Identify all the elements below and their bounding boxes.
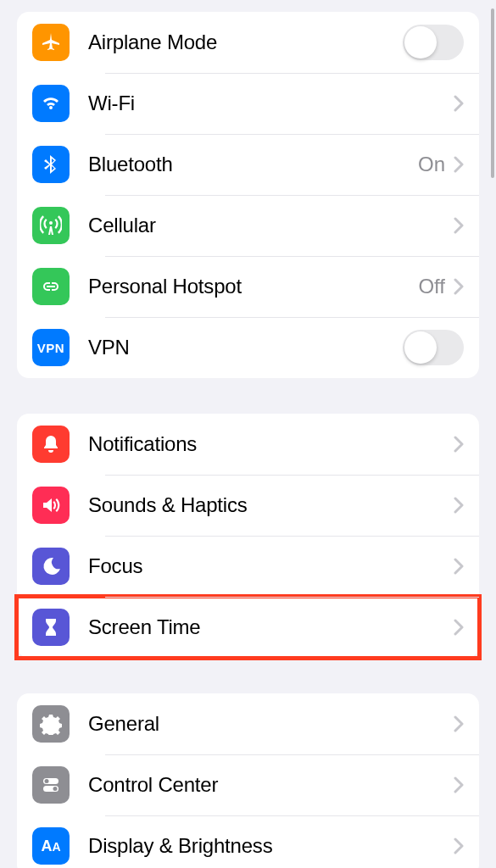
row-label: Screen Time <box>88 615 454 639</box>
settings-row-hotspot[interactable]: Personal HotspotOff <box>17 256 479 317</box>
chevron-right-icon <box>454 776 464 793</box>
hourglass-icon <box>32 609 70 646</box>
chevron-right-icon <box>454 156 464 173</box>
switches-icon <box>32 766 70 804</box>
airplane-icon <box>32 24 70 61</box>
row-value: On <box>418 153 445 176</box>
row-label: Bluetooth <box>88 153 418 176</box>
antenna-icon <box>32 207 70 244</box>
aa-icon: AA <box>32 827 70 865</box>
settings-row-control-center[interactable]: Control Center <box>17 754 479 815</box>
settings-row-general[interactable]: General <box>17 693 479 754</box>
scroll-indicator[interactable] <box>491 8 494 178</box>
speaker-icon <box>32 487 70 524</box>
bell-icon <box>32 426 70 463</box>
toggle-switch[interactable] <box>403 25 464 60</box>
row-label: Airplane Mode <box>88 31 403 54</box>
settings-row-display[interactable]: AADisplay & Brightness <box>17 815 479 868</box>
settings-group-notifications: NotificationsSounds & HapticsFocusScreen… <box>17 414 479 658</box>
chevron-right-icon <box>454 558 464 575</box>
row-label: Focus <box>88 554 454 578</box>
settings-row-wifi[interactable]: Wi-Fi <box>17 73 479 134</box>
row-label: Control Center <box>88 773 454 797</box>
settings-row-focus[interactable]: Focus <box>17 536 479 597</box>
row-label: Sounds & Haptics <box>88 493 454 517</box>
settings-group-general: GeneralControl CenterAADisplay & Brightn… <box>17 693 479 868</box>
chevron-right-icon <box>454 95 464 112</box>
chevron-right-icon <box>454 278 464 295</box>
chevron-right-icon <box>454 619 464 636</box>
row-label: Wi-Fi <box>88 92 454 115</box>
chevron-right-icon <box>454 436 464 453</box>
row-label: Notifications <box>88 432 454 456</box>
row-value: Off <box>418 275 445 298</box>
settings-row-screen-time[interactable]: Screen Time <box>17 597 479 658</box>
settings-row-vpn[interactable]: VPNVPN <box>17 317 479 378</box>
row-label: VPN <box>88 336 403 359</box>
settings-row-airplane-mode[interactable]: Airplane Mode <box>17 12 479 73</box>
bluetooth-icon <box>32 146 70 183</box>
link-icon <box>32 268 70 305</box>
vpn-icon: VPN <box>32 329 70 366</box>
settings-row-notifications[interactable]: Notifications <box>17 414 479 475</box>
row-label: Cellular <box>88 214 454 237</box>
gear-icon <box>32 705 70 743</box>
chevron-right-icon <box>454 715 464 732</box>
settings-row-cellular[interactable]: Cellular <box>17 195 479 256</box>
settings-row-bluetooth[interactable]: BluetoothOn <box>17 134 479 195</box>
chevron-right-icon <box>454 217 464 234</box>
toggle-switch[interactable] <box>403 330 464 365</box>
moon-icon <box>32 548 70 585</box>
settings-group-connectivity: Airplane ModeWi-FiBluetoothOnCellularPer… <box>17 12 479 378</box>
row-label: Display & Brightness <box>88 834 454 858</box>
row-label: General <box>88 712 454 736</box>
row-label: Personal Hotspot <box>88 275 418 298</box>
chevron-right-icon <box>454 497 464 514</box>
chevron-right-icon <box>454 837 464 854</box>
wifi-icon <box>32 85 70 122</box>
settings-row-sounds[interactable]: Sounds & Haptics <box>17 475 479 536</box>
